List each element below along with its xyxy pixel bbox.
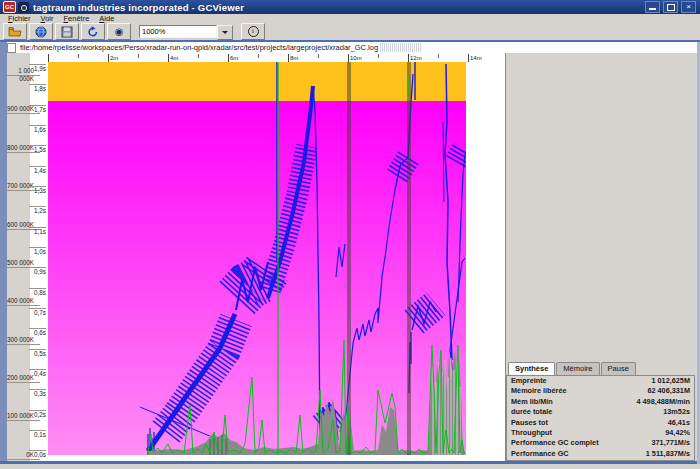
menu-item[interactable]: Aide [94,14,119,23]
zoom-input[interactable] [139,25,217,38]
x-axis-tick [288,54,289,62]
x-axis-tick [108,54,109,62]
capture-icon [18,2,29,13]
info-button[interactable]: i [241,23,265,40]
close-icon[interactable]: × [681,1,696,13]
window-bottom-edge [0,464,700,469]
pause-axis-label: 0,7s [31,309,46,317]
stat-row: Throughput94,42% [507,428,694,438]
globe-icon [35,26,47,38]
x-axis-label: 6m [230,54,238,62]
pause-axis-label: 0,9s [31,268,46,276]
x-axis-label: 12m [410,54,422,62]
memory-axis-label: 300 000K [4,336,34,344]
save-icon [61,26,73,38]
stat-row: Pauses tot46,41s [507,418,694,428]
open-file-button[interactable] [3,23,27,40]
stat-row: Performance GC1 511,837M/s [507,449,694,459]
pause-axis-label: 0,5s [31,350,46,358]
memory-axis-label: 0K [4,451,34,459]
stat-row: Empreinte1 012,625M [507,376,694,386]
pause-axis-label: 1,2s [31,207,46,215]
x-axis-minor-tick [318,54,319,58]
memory-axis-label: 600 000K [4,221,34,229]
summary-tabs: SynthèseMémoirePause [508,362,636,375]
memory-axis-label: 200 000K [4,374,34,382]
watch-icon: ◉ [115,27,124,37]
chevron-down-icon[interactable] [217,25,233,40]
pause-axis-label: 1,4s [31,167,46,175]
stat-label: durée totale [511,407,552,417]
pause-axis-label: 1,6s [31,126,46,134]
open-file-icon [8,26,22,37]
zoom-combobox [139,25,233,38]
gcviewer-logo-icon: GC [3,1,16,13]
pause-axis-label: 1,7s [31,106,46,114]
x-axis-label: 8m [290,54,298,62]
memory-axis-label: 400 000K [4,297,34,305]
x-axis-label: 4m [170,54,178,62]
pause-axis-label: 1,0s [31,248,46,256]
stat-value: 1 012,625M [651,376,690,386]
memory-axis-label: 900 000K [4,105,34,113]
x-axis-tick [168,54,169,62]
stat-label: Performance GC complet [511,438,599,448]
x-axis-minor-tick [198,54,199,58]
watch-button[interactable]: ◉ [107,23,131,40]
stat-row: durée totale13m52s [507,407,694,417]
memory-axis-label: 100 000K [4,412,34,420]
tab-stipple [380,43,422,52]
stat-label: Mém lib/Min [511,397,553,407]
stat-value: 46,41s [668,418,690,428]
summary-tab[interactable]: Mémoire [556,362,599,375]
stat-value: 62 406,331M [647,386,690,396]
file-path: file:/home/rpelisse/workspaces/Perso/xra… [20,43,378,52]
pause-axis-label: 0,1s [31,431,46,439]
stat-row: Mémoire libérée62 406,331M [507,386,694,396]
refresh-button[interactable] [81,23,105,40]
pause-axis-label: 0,8s [31,289,46,297]
pause-axis-label: 1,5s [31,146,46,154]
toolbar: ◉ i [0,23,700,40]
stat-label: Mémoire libérée [511,386,567,396]
pause-axis-label: 1,3s [31,187,46,195]
menu-item[interactable]: Fenêtre [58,14,94,23]
pause-axis-label: 0,3s [31,390,46,398]
x-axis-tick [348,54,349,62]
save-button[interactable] [55,23,79,40]
x-axis-minor-tick [378,54,379,58]
x-axis-tick [408,54,409,62]
x-axis-minor-tick [438,54,439,58]
maximize-icon[interactable] [663,1,678,13]
gc-chart[interactable] [48,62,466,455]
gcviewer-window: { "window": { "title": "tagtraum industr… [0,0,700,469]
stat-label: Pauses tot [511,418,548,428]
x-axis-minor-tick [258,54,259,58]
stat-value: 94,42% [665,428,690,438]
open-url-button[interactable] [29,23,53,40]
summary-tab[interactable]: Synthèse [508,362,555,375]
minimize-icon[interactable] [645,1,660,13]
stat-value: 1 511,837M/s [646,449,690,459]
stat-label: Empreinte [511,376,547,386]
pause-axis-label: 0,6s [31,329,46,337]
summary-tab[interactable]: Pause [601,362,636,375]
pause-axis-label: 1,8s [31,85,46,93]
pause-axis-label: 1,1s [31,228,46,236]
x-axis-minor-tick [78,54,79,58]
x-axis-label: 10m [350,54,362,62]
menu-item[interactable]: Fichier [3,14,36,23]
stat-row: Mém lib/Min4 498,488M/min [507,397,694,407]
menu-item[interactable]: Voir [36,14,59,23]
x-axis-tick [468,54,469,62]
stat-value: 13m52s [663,407,690,417]
window-titlebar[interactable]: GC tagtraum industries incorporated - GC… [0,0,700,14]
pause-axis-label: 0,2s [31,411,46,419]
memory-axis-label: 1 000 000K [4,67,34,75]
x-axis-label: 2m [110,54,118,62]
x-axis-minor-tick [138,54,139,58]
memory-ruler-gutter [7,53,30,461]
total-heap-band [48,62,466,101]
pause-axis-label: 0,4s [31,370,46,378]
pause-axis-label: 1,9s [31,65,46,73]
